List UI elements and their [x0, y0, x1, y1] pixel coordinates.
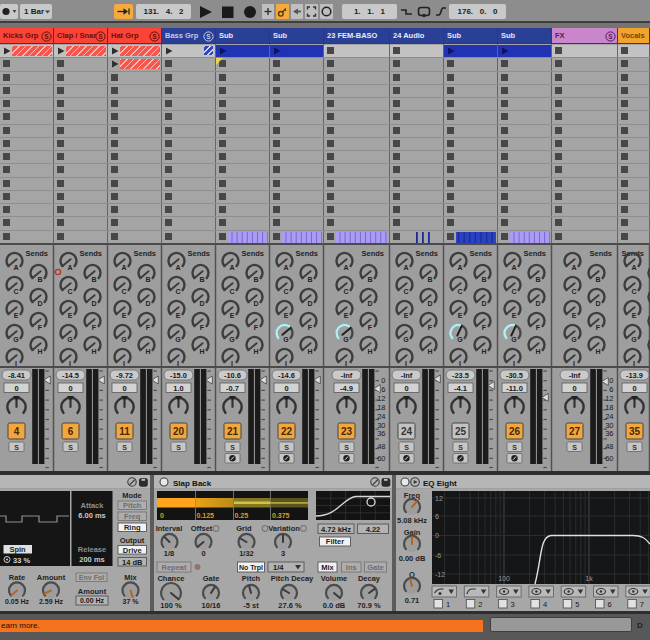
svg-text:6: 6 — [381, 385, 385, 394]
svg-text:H: H — [37, 348, 42, 355]
svg-text:F: F — [200, 324, 205, 331]
svg-text:E: E — [458, 312, 463, 319]
svg-text:-4.9: -4.9 — [340, 384, 353, 393]
svg-text:B: B — [307, 276, 312, 283]
svg-text:E: E — [230, 312, 235, 319]
svg-text:Gate: Gate — [367, 563, 384, 572]
svg-text:Gate: Gate — [203, 574, 220, 583]
svg-text:E: E — [404, 312, 409, 319]
svg-text:A: A — [283, 264, 288, 271]
svg-text:0: 0 — [404, 384, 408, 393]
svg-text:4: 4 — [543, 600, 547, 609]
svg-text:D: D — [199, 300, 204, 307]
svg-text:D: D — [307, 300, 312, 307]
svg-text:-30.5: -30.5 — [506, 371, 523, 380]
svg-text:S: S — [404, 444, 409, 451]
svg-text:4.22: 4.22 — [366, 525, 381, 534]
svg-text:A: A — [511, 264, 516, 271]
svg-text:60: 60 — [605, 454, 613, 463]
svg-text:S: S — [122, 444, 127, 451]
svg-text:12: 12 — [435, 495, 443, 502]
svg-text:Offset: Offset — [191, 524, 213, 533]
svg-text:C: C — [67, 288, 72, 295]
svg-text:S: S — [284, 444, 289, 451]
svg-text:Output: Output — [120, 536, 145, 545]
svg-text:E: E — [68, 312, 73, 319]
svg-text:D: D — [91, 300, 96, 307]
svg-text:1: 1 — [446, 600, 450, 609]
svg-text:Mix: Mix — [321, 563, 334, 572]
svg-text:6: 6 — [68, 426, 74, 437]
svg-text:Drive: Drive — [123, 546, 142, 555]
svg-text:-5 st: -5 st — [243, 601, 259, 610]
svg-text:Amount: Amount — [37, 573, 66, 582]
svg-text:25: 25 — [455, 426, 467, 437]
svg-text:0: 0 — [68, 384, 72, 393]
svg-text:0.71: 0.71 — [405, 596, 420, 605]
svg-text:E: E — [284, 312, 289, 319]
svg-text:A: A — [13, 264, 18, 271]
svg-text:H: H — [427, 348, 432, 355]
svg-text:23: 23 — [341, 426, 353, 437]
svg-text:0: 0 — [201, 549, 205, 558]
svg-text:E: E — [176, 312, 181, 319]
svg-text:A: A — [403, 264, 408, 271]
svg-text:7: 7 — [640, 600, 644, 609]
svg-text:33 %: 33 % — [13, 556, 30, 565]
svg-text:C: C — [229, 288, 234, 295]
svg-text:Sends: Sends — [25, 249, 48, 258]
svg-text:Sends: Sends — [361, 249, 384, 258]
svg-text:G: G — [343, 336, 349, 343]
svg-text:Attack: Attack — [81, 501, 105, 510]
svg-text:Pitch: Pitch — [242, 574, 261, 583]
svg-text:200 ms: 200 ms — [79, 555, 104, 564]
svg-text:5.08 kHz: 5.08 kHz — [397, 516, 427, 525]
svg-text:F: F — [368, 324, 373, 331]
svg-text:F: F — [596, 324, 601, 331]
svg-text:F: F — [482, 324, 487, 331]
svg-text:D: D — [595, 300, 600, 307]
svg-text:1/32: 1/32 — [239, 549, 254, 558]
svg-text:Ins: Ins — [346, 563, 357, 572]
svg-text:E: E — [632, 312, 637, 319]
svg-text:1/8: 1/8 — [164, 549, 174, 558]
svg-text:12: 12 — [377, 394, 385, 403]
svg-text:24: 24 — [605, 412, 613, 421]
svg-text:-12: -12 — [435, 571, 445, 578]
svg-text:24: 24 — [377, 412, 385, 421]
svg-text:C: C — [457, 288, 462, 295]
svg-text:Freq: Freq — [124, 512, 141, 521]
svg-text:Sends: Sends — [523, 249, 546, 258]
svg-text:S: S — [572, 444, 577, 451]
svg-text:36: 36 — [605, 429, 613, 438]
svg-text:A: A — [631, 264, 636, 271]
svg-text:S: S — [98, 33, 103, 40]
svg-text:-Inf: -Inf — [341, 371, 353, 380]
svg-text:B: B — [145, 276, 150, 283]
svg-text:G: G — [403, 336, 409, 343]
svg-text:B: B — [481, 276, 486, 283]
svg-text:S: S — [206, 33, 211, 40]
svg-text:3: 3 — [511, 600, 515, 609]
svg-text:H: H — [481, 348, 486, 355]
svg-text:E: E — [122, 312, 127, 319]
svg-text:10/16: 10/16 — [202, 601, 221, 610]
svg-text:-0.7: -0.7 — [226, 384, 239, 393]
svg-text:Sends: Sends — [589, 249, 612, 258]
svg-text:60: 60 — [377, 454, 385, 463]
svg-text:D: D — [427, 300, 432, 307]
svg-text:36: 36 — [377, 429, 385, 438]
svg-text:6: 6 — [608, 600, 612, 609]
svg-text:C: C — [631, 288, 636, 295]
svg-text:24: 24 — [401, 426, 413, 437]
svg-text:B: B — [595, 276, 600, 283]
svg-text:Mix: Mix — [124, 573, 137, 582]
svg-text:1k: 1k — [585, 575, 593, 582]
svg-text:A: A — [229, 264, 234, 271]
svg-text:B: B — [37, 276, 42, 283]
svg-text:C: C — [283, 288, 288, 295]
svg-text:H: H — [199, 348, 204, 355]
svg-text:100: 100 — [498, 575, 510, 582]
svg-text:27: 27 — [569, 426, 581, 437]
svg-text:-15.0: -15.0 — [170, 371, 187, 380]
